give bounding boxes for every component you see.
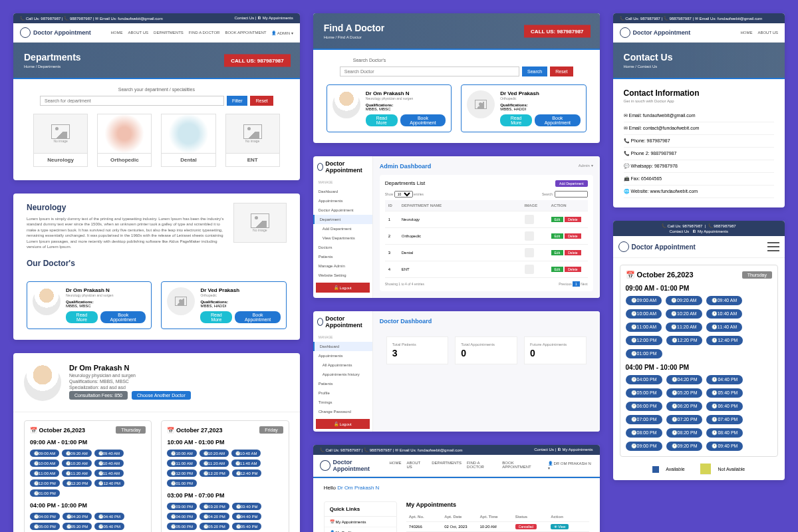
time-slot[interactable]: 🕐08:00 PM: [626, 428, 662, 438]
time-slot[interactable]: 🕐11:40 AM: [94, 469, 124, 477]
time-slot[interactable]: 🕐11:40 AM: [231, 460, 261, 467]
dept-card[interactable]: Orthopedic: [97, 114, 152, 167]
reset-button[interactable]: Reset: [550, 66, 573, 76]
nav-find[interactable]: FIND A DOCTOR: [189, 31, 220, 35]
ql-appointments[interactable]: 📅 My Appointments: [325, 517, 396, 527]
time-slot[interactable]: 🕐12:00 PM: [30, 479, 60, 487]
time-slot[interactable]: 🕐11:20 AM: [666, 323, 702, 332]
time-slot[interactable]: 🕐12:40 PM: [94, 479, 124, 487]
time-slot[interactable]: 🕐11:00 AM: [626, 323, 662, 332]
time-slot[interactable]: 🕐09:00 PM: [626, 442, 662, 451]
callus-button[interactable]: CALL US: 987987987: [524, 25, 590, 37]
time-slot[interactable]: 🕐10:20 AM: [666, 309, 702, 319]
time-slot[interactable]: 🕐09:20 PM: [666, 442, 703, 451]
read-more-button[interactable]: Read More: [200, 311, 232, 323]
time-slot[interactable]: 🕐10:40 AM: [94, 460, 124, 467]
time-slot[interactable]: 🕐10:00 AM: [626, 309, 662, 319]
time-slot[interactable]: 🕐12:40 PM: [706, 336, 743, 345]
menu-manage-admin[interactable]: Manage Admin: [313, 261, 372, 271]
read-more-button[interactable]: Read More: [66, 311, 98, 323]
menu-doctor-apt[interactable]: Doctor Appointment: [313, 205, 372, 215]
time-slot[interactable]: 🕐05:00 PM: [626, 388, 662, 398]
time-slot[interactable]: 🕐08:40 PM: [706, 428, 743, 438]
book-appointment-button[interactable]: Book Appointment: [235, 311, 280, 323]
time-slot[interactable]: 🕐08:20 PM: [666, 428, 703, 438]
time-slot[interactable]: 🕐01:00 PM: [626, 349, 662, 358]
time-slot[interactable]: 🕐09:40 AM: [94, 450, 124, 457]
menu-appointments[interactable]: Appointments: [313, 196, 372, 205]
time-slot[interactable]: 🕐10:00 AM: [167, 450, 196, 457]
read-more-button[interactable]: Read More: [366, 114, 398, 126]
time-slot[interactable]: 🕐06:00 PM: [626, 402, 662, 411]
time-slot[interactable]: 🕐06:20 PM: [666, 402, 703, 411]
time-slot[interactable]: 🕐11:00 AM: [30, 469, 59, 477]
book-appointment-button[interactable]: Book Appointment: [100, 311, 146, 323]
read-more-button[interactable]: Read More: [500, 114, 532, 126]
menu-dashboard[interactable]: Dashboard: [313, 342, 372, 351]
time-slot[interactable]: 🕐05:20 PM: [666, 388, 703, 398]
search-input[interactable]: [340, 66, 519, 76]
time-slot[interactable]: 🕐10:40 AM: [231, 450, 261, 457]
time-slot[interactable]: 🕐09:00 AM: [30, 450, 59, 457]
time-slot[interactable]: 🕐07:20 PM: [666, 415, 703, 424]
time-slot[interactable]: 🕐01:00 PM: [30, 489, 60, 497]
menu-doctors[interactable]: Doctors: [313, 243, 372, 252]
time-slot[interactable]: 🕐05:00 PM: [30, 523, 60, 530]
time-slot[interactable]: 🕐03:20 PM: [200, 503, 229, 510]
menu-timings[interactable]: Timings: [313, 398, 372, 407]
menu-patients[interactable]: Patients: [313, 252, 372, 261]
time-slot[interactable]: 🕐09:00 AM: [626, 296, 662, 305]
time-slot[interactable]: 🕐11:00 AM: [167, 460, 196, 467]
time-slot[interactable]: 🕐04:00 PM: [30, 513, 60, 520]
logout-button[interactable]: 🔓 Logout: [316, 283, 370, 293]
nav-user[interactable]: 👤 ADMIN ▾: [271, 31, 293, 35]
reset-button[interactable]: Reset: [250, 96, 273, 106]
menu-profile[interactable]: Profile: [313, 388, 372, 398]
book-appointment-button[interactable]: Book Appointment: [400, 114, 446, 126]
time-slot[interactable]: 🕐05:20 PM: [63, 523, 92, 530]
nav-about[interactable]: ABOUT US: [128, 31, 148, 35]
time-slot[interactable]: 🕐12:00 PM: [167, 469, 197, 477]
logo[interactable]: Doctor Appointment: [620, 27, 691, 38]
time-slot[interactable]: 🕐05:20 PM: [200, 523, 229, 530]
logo[interactable]: Doctor Appointment: [20, 27, 91, 38]
view-button[interactable]: 👁 View: [551, 524, 569, 529]
time-slot[interactable]: 🕐12:20 PM: [63, 479, 92, 487]
time-slot[interactable]: 🕐03:00 PM: [167, 503, 197, 510]
menu-add-dept[interactable]: Add Department: [313, 224, 372, 233]
time-slot[interactable]: 🕐12:40 PM: [232, 469, 262, 477]
time-slot[interactable]: 🕐10:20 AM: [62, 460, 91, 467]
nav-home[interactable]: HOME: [110, 31, 122, 35]
menu-view-depts[interactable]: View Departments: [313, 233, 372, 243]
choose-doctor-button[interactable]: Choose Another Doctor: [132, 391, 191, 400]
time-slot[interactable]: 🕐04:00 PM: [167, 513, 197, 520]
menu-dashboard[interactable]: Dashboard: [313, 187, 372, 196]
time-slot[interactable]: 🕐12:20 PM: [666, 336, 703, 345]
time-slot[interactable]: 🕐04:40 PM: [94, 513, 124, 520]
menu-change-password[interactable]: Change Password: [313, 407, 372, 416]
dept-card[interactable]: Dental: [161, 114, 215, 167]
logo[interactable]: Doctor Appointment: [618, 241, 696, 252]
filter-button[interactable]: Filter: [227, 96, 248, 106]
time-slot[interactable]: 🕐04:20 PM: [63, 513, 92, 520]
edit-button[interactable]: Edit: [551, 217, 564, 222]
table-search[interactable]: [555, 191, 588, 198]
time-slot[interactable]: 🕐05:40 PM: [232, 523, 262, 530]
time-slot[interactable]: 🕐11:20 AM: [200, 460, 229, 467]
time-slot[interactable]: 🕐11:40 AM: [706, 323, 743, 332]
search-button[interactable]: Search: [522, 66, 547, 76]
ql-profile[interactable]: 👤 My Profile: [325, 527, 396, 532]
time-slot[interactable]: 🕐04:00 PM: [626, 375, 662, 384]
time-slot[interactable]: 🕐11:20 AM: [62, 469, 91, 477]
time-slot[interactable]: 🕐10:40 AM: [706, 309, 743, 319]
logout-button[interactable]: 🔓 Logout: [316, 419, 370, 429]
time-slot[interactable]: 🕐05:40 PM: [94, 523, 124, 530]
time-slot[interactable]: 🕐09:40 AM: [706, 296, 743, 305]
time-slot[interactable]: 🕐09:20 AM: [62, 450, 91, 457]
menu-website-setting[interactable]: Website Setting: [313, 271, 372, 280]
logo[interactable]: Doctor Appointment: [320, 459, 390, 472]
time-slot[interactable]: 🕐04:20 PM: [200, 513, 229, 520]
time-slot[interactable]: 🕐09:40 PM: [706, 442, 743, 451]
time-slot[interactable]: 🕐06:40 PM: [706, 402, 743, 411]
time-slot[interactable]: 🕐10:00 AM: [30, 460, 59, 467]
